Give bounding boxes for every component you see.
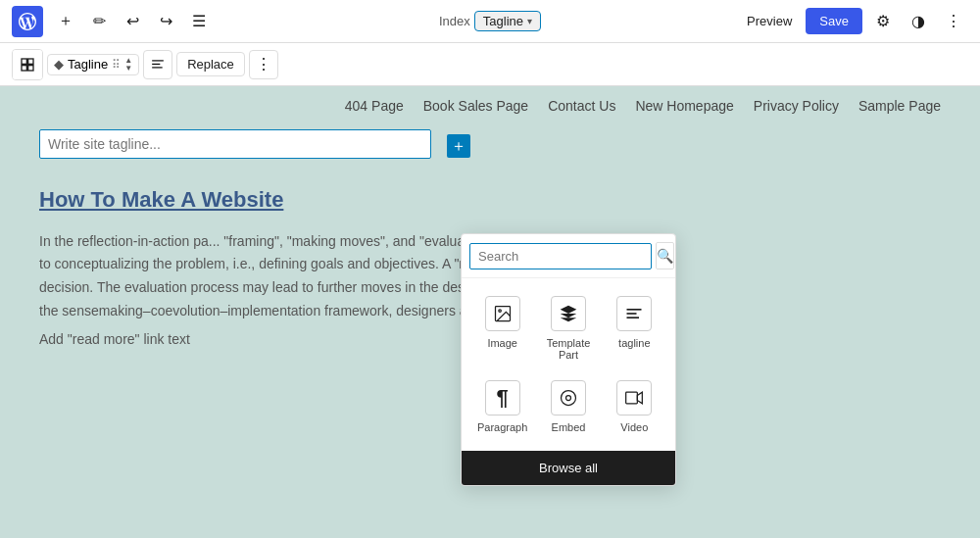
block-grid: Image Template Part tagline ¶ Paragraph — [462, 278, 675, 451]
svg-rect-3 — [28, 65, 33, 70]
nav-item-contact[interactable]: Contact Us — [548, 98, 615, 114]
nav-item-privacy[interactable]: Privacy Policy — [754, 98, 839, 114]
redo-button[interactable]: ↪ — [151, 7, 180, 36]
nav-item-book-sales[interactable]: Book Sales Page — [423, 98, 528, 114]
list-view-button[interactable]: ☰ — [184, 7, 214, 36]
image-block-label: Image — [487, 337, 517, 349]
paragraph-block-label: Paragraph — [477, 421, 527, 433]
preview-button[interactable]: Preview — [739, 10, 800, 32]
content-title: How To Make A Website — [39, 186, 647, 215]
search-button[interactable]: 🔍 — [656, 242, 674, 269]
tagline-block-label: tagline — [618, 337, 650, 349]
theme-button[interactable]: ◑ — [904, 7, 933, 36]
tools-button[interactable]: ✏ — [84, 7, 114, 36]
block-item-tagline[interactable]: tagline — [602, 286, 667, 370]
paragraph-block-icon: ¶ — [485, 380, 520, 416]
block-more-button[interactable]: ⋮ — [249, 50, 278, 79]
svg-rect-6 — [152, 67, 163, 68]
svg-rect-11 — [627, 317, 640, 318]
svg-rect-5 — [152, 63, 160, 64]
template-part-block-icon — [551, 296, 586, 331]
image-block-icon — [485, 296, 520, 331]
tagline-add-button[interactable]: ＋ — [447, 134, 470, 158]
tagline-input[interactable] — [39, 129, 431, 159]
search-input[interactable] — [469, 243, 652, 269]
chevron-down-icon: ▾ — [527, 16, 532, 26]
add-block-button[interactable]: ＋ — [51, 7, 80, 36]
align-button[interactable] — [143, 50, 172, 79]
svg-rect-1 — [28, 59, 33, 64]
more-options-button[interactable]: ⋮ — [939, 7, 968, 36]
tagline-diamond-icon: ◆ — [54, 57, 64, 72]
svg-rect-0 — [22, 59, 26, 64]
video-block-label: Video — [620, 421, 648, 433]
toolbar-right: Preview Save ⚙ ◑ ⋮ — [739, 7, 968, 36]
replace-button[interactable]: Replace — [176, 52, 245, 76]
svg-point-12 — [561, 391, 575, 406]
tagline-chip-label: Tagline — [483, 14, 523, 28]
svg-rect-4 — [152, 60, 164, 61]
block-item-image[interactable]: Image — [469, 286, 535, 370]
block-item-paragraph[interactable]: ¶ Paragraph — [469, 370, 535, 443]
undo-button[interactable]: ↩ — [118, 7, 147, 36]
template-part-block-label: Template Part — [539, 337, 597, 361]
index-label: Index — [439, 14, 470, 28]
document-title-area: Index Tagline ▾ — [439, 11, 541, 31]
block-type-icon-button[interactable] — [13, 50, 42, 79]
drag-handle-icon[interactable]: ⠿ — [112, 58, 121, 72]
block-item-embed[interactable]: Embed — [535, 370, 601, 443]
block-toolbar: ◆ Tagline ⠿ ▲ ▼ Replace ⋮ — [0, 43, 980, 86]
tagline-block-label: Tagline — [68, 57, 108, 72]
svg-rect-2 — [22, 65, 26, 70]
tagline-input-area: ＋ — [0, 125, 980, 167]
block-type-group — [12, 49, 43, 80]
tagline-block-icon — [616, 296, 652, 331]
tagline-chip[interactable]: Tagline ▾ — [474, 11, 541, 31]
wordpress-logo — [12, 6, 43, 37]
svg-rect-9 — [627, 309, 642, 311]
svg-point-13 — [565, 396, 570, 401]
svg-point-8 — [498, 310, 501, 313]
site-navigation: 404 Page Book Sales Page Contact Us New … — [345, 98, 941, 114]
nav-item-new-homepage[interactable]: New Homepage — [635, 98, 733, 114]
top-toolbar: ＋ ✏ ↩ ↪ ☰ Index Tagline ▾ Preview Save ⚙… — [0, 0, 980, 43]
search-area: 🔍 — [462, 234, 675, 278]
site-header: 404 Page Book Sales Page Contact Us New … — [0, 86, 980, 125]
main-content-area: 404 Page Book Sales Page Contact Us New … — [0, 86, 980, 538]
svg-rect-14 — [626, 392, 638, 404]
nav-item-404[interactable]: 404 Page — [345, 98, 404, 114]
settings-button[interactable]: ⚙ — [868, 7, 898, 36]
move-arrows[interactable]: ▲ ▼ — [124, 57, 132, 73]
save-button[interactable]: Save — [806, 8, 862, 34]
block-item-video[interactable]: Video — [602, 370, 667, 443]
block-inserter-popup: 🔍 Image Template Part — [461, 233, 676, 486]
embed-block-label: Embed — [552, 421, 586, 433]
block-item-template-part[interactable]: Template Part — [535, 286, 601, 370]
nav-item-sample[interactable]: Sample Page — [858, 98, 941, 114]
svg-rect-10 — [627, 313, 637, 315]
tagline-block: ◆ Tagline ⠿ ▲ ▼ — [47, 54, 139, 75]
video-block-icon — [616, 380, 652, 416]
browse-all-button[interactable]: Browse all — [462, 451, 675, 485]
embed-block-icon — [551, 380, 586, 416]
